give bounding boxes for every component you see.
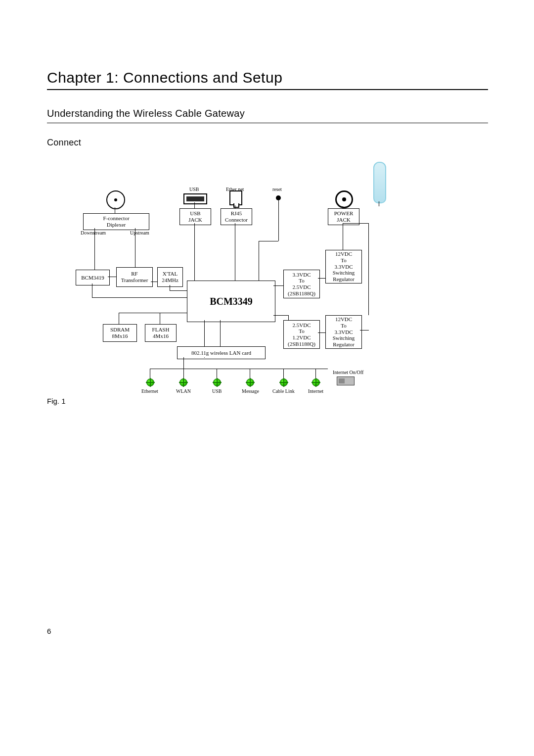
xtal-block: X'TAL 24MHz (157, 267, 183, 287)
divider-thin (47, 123, 488, 123)
reset-label: reset (272, 187, 282, 192)
f-connector-icon (106, 190, 125, 209)
switching-reg-a-block: 12VDC To 3.3VDC Switching Regulator (325, 250, 362, 284)
block-diagram: USB Ether net reset F-connector Diplexer… (76, 162, 402, 404)
f-downstream-label: Downstream (81, 230, 106, 236)
section-title: Understanding the Wireless Cable Gateway (47, 108, 245, 119)
switching-reg-b-block: 12VDC To 3.3VDC Switching Regulator (325, 315, 362, 349)
usb-jack-block: USB JACK (179, 208, 211, 225)
reset-button-icon (276, 195, 281, 200)
led-internet-icon (312, 378, 320, 386)
bcm3419-block: BCM3419 (76, 270, 110, 285)
sdram-block: SDRAM 8Mx16 (103, 324, 137, 342)
f-connector-block: F-connector Diplexer (83, 213, 149, 230)
reg-25-12-block: 2.5VDC To 1.2VDC (2SB1188Q) (283, 320, 320, 349)
page-number: 6 (47, 627, 51, 635)
rj45-icon (229, 190, 242, 205)
led-wlan-label: WLAN (176, 388, 191, 394)
led-cablelink-label: Cable Link (272, 388, 295, 394)
led-wlan-icon (179, 378, 187, 386)
power-jack-icon (335, 190, 353, 208)
chapter-title: Chapter 1: Connections and Setup (47, 69, 282, 86)
led-ethernet-label: Ethernet (141, 388, 158, 394)
led-internet-label: Internet (308, 388, 323, 394)
rj45-block: RJ45 Connector (221, 208, 252, 225)
wlan-card-block: 802.11g wireless LAN card (177, 346, 266, 359)
usb-port-icon (183, 193, 207, 204)
led-message-label: Message (242, 388, 259, 394)
rf-transformer-block: RF Transformer (116, 267, 153, 287)
figure-caption: Fig. 1 (47, 397, 66, 405)
internet-onoff-label: Internet On/Off (333, 370, 363, 375)
ethernet-port-label: Ether net (226, 187, 244, 192)
led-message-icon (246, 378, 254, 386)
led-cablelink-icon (280, 378, 288, 386)
antenna-icon (373, 162, 386, 203)
led-usb-icon (213, 378, 221, 386)
usb-port-label: USB (189, 187, 199, 192)
reg-33-25-block: 3.3VDC To 2.5VDC (2SB1188Q) (283, 270, 320, 298)
subsection-title: Connect (47, 138, 81, 148)
divider-thick (47, 89, 488, 90)
f-upstream-label: Upstream (130, 230, 149, 236)
led-usb-label: USB (212, 388, 222, 394)
internet-onoff-switch-icon (337, 377, 355, 385)
flash-block: FLASH 4Mx16 (145, 324, 177, 342)
led-ethernet-icon (146, 378, 154, 386)
bcm3349-block: BCM3349 (187, 281, 275, 322)
power-jack-block: POWER JACK (328, 208, 359, 225)
